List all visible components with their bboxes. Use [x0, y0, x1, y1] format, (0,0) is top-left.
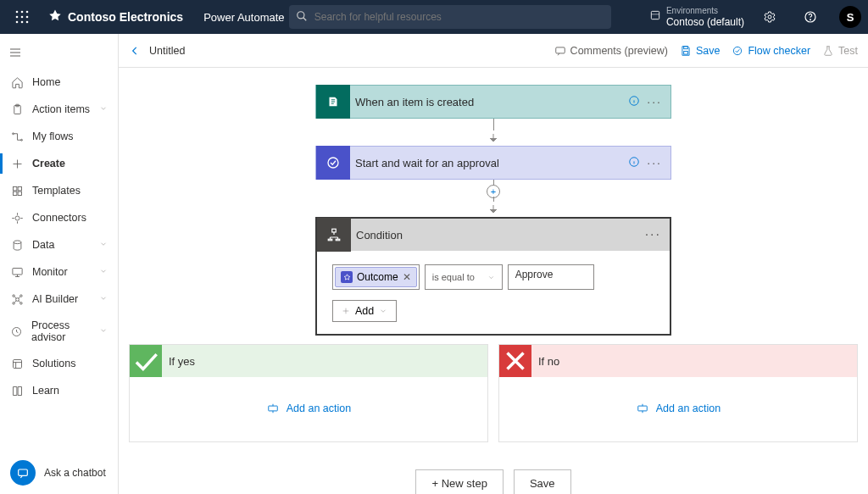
save-button[interactable]: Save [680, 45, 721, 57]
sidebar-item-templates[interactable]: Templates [0, 177, 118, 204]
svg-rect-43 [638, 406, 648, 411]
sidebar-item-action-items[interactable]: Action items [0, 96, 118, 123]
action-title: Start and wait for an approval [350, 157, 620, 169]
info-icon[interactable] [628, 95, 640, 109]
sidebar-item-label: Action items [32, 103, 90, 115]
env-label: Environments [666, 6, 744, 16]
search-icon [296, 10, 308, 25]
svg-point-6 [16, 21, 19, 24]
flow-checker-button[interactable]: Flow checker [732, 45, 810, 57]
condition-icon [317, 218, 351, 252]
back-button[interactable] [129, 45, 141, 57]
sidebar-item-learn[interactable]: Learn [0, 377, 118, 404]
svg-point-13 [810, 19, 811, 20]
process-icon [10, 325, 23, 338]
env-name: Contoso (default) [666, 16, 744, 28]
clipboard-icon [10, 103, 24, 116]
environment-picker[interactable]: Environments Contoso (default) [649, 6, 744, 28]
action-card-approval[interactable]: Start and wait for an approval ··· [315, 146, 671, 180]
chevron-down-icon [99, 266, 108, 278]
sidebar-item-create[interactable]: Create [0, 150, 118, 177]
brand-name: Contoso Electronics [68, 10, 183, 24]
svg-point-35 [734, 47, 742, 54]
comments-button[interactable]: Comments (preview) [554, 45, 668, 57]
sidebar-item-label: Process advisor [31, 319, 91, 343]
branch-yes-label: If yes [162, 355, 195, 368]
svg-rect-19 [18, 186, 21, 190]
help-icon[interactable] [795, 10, 826, 24]
svg-point-11 [768, 15, 771, 19]
chevron-down-icon [99, 325, 108, 337]
avatar[interactable]: S [839, 6, 861, 28]
approval-icon [316, 146, 350, 180]
condition-left-operand[interactable]: Outcome ✕ [332, 264, 420, 290]
token-label: Outcome [357, 271, 398, 283]
sidebar-item-label: Connectors [32, 212, 86, 224]
flow-title[interactable]: Untitled [149, 45, 185, 57]
chatbot-label: Ask a chatbot [44, 467, 106, 479]
chatbot-button[interactable]: Ask a chatbot [0, 452, 118, 494]
svg-rect-41 [336, 239, 340, 241]
condition-operator-dropdown[interactable]: is equal to [425, 264, 503, 290]
svg-rect-20 [13, 191, 16, 195]
add-action-button-no[interactable]: Add an action [636, 402, 721, 414]
search-input[interactable] [289, 5, 611, 29]
svg-rect-21 [18, 191, 21, 195]
sidebar-item-label: Learn [32, 385, 59, 397]
branch-no-label: If no [531, 355, 559, 368]
svg-point-7 [21, 21, 24, 24]
add-condition-button[interactable]: Add [332, 300, 397, 322]
svg-point-27 [12, 302, 14, 304]
sidebar-item-home[interactable]: Home [0, 69, 118, 96]
sidebar-item-label: AI Builder [32, 293, 78, 305]
svg-point-5 [26, 16, 29, 19]
hamburger-icon[interactable] [0, 39, 118, 69]
more-icon[interactable]: ··· [645, 227, 661, 242]
svg-point-4 [21, 16, 24, 19]
condition-title: Condition [351, 229, 645, 241]
brand-logo: Contoso Electronics [47, 8, 183, 26]
sidebar-item-label: Create [32, 158, 65, 169]
svg-rect-32 [555, 47, 565, 53]
templates-icon [10, 184, 24, 197]
settings-icon[interactable] [754, 10, 785, 24]
svg-point-0 [16, 11, 19, 14]
add-action-button-yes[interactable]: Add an action [266, 402, 351, 414]
sharepoint-icon [316, 85, 350, 119]
check-icon [130, 345, 162, 377]
sidebar-item-solutions[interactable]: Solutions [0, 350, 118, 377]
svg-point-8 [26, 21, 29, 24]
dynamic-content-icon [341, 271, 353, 283]
sidebar-item-monitor[interactable]: Monitor [0, 258, 118, 286]
token-remove-icon[interactable]: ✕ [403, 271, 411, 283]
sidebar-item-process-advisor[interactable]: Process advisor [0, 313, 118, 350]
more-icon[interactable]: ··· [647, 95, 662, 108]
svg-rect-10 [651, 12, 659, 19]
app-launcher-icon[interactable] [7, 10, 37, 24]
new-step-button[interactable]: + New step [415, 469, 503, 494]
trigger-card[interactable]: When an item is created ··· [315, 85, 671, 119]
svg-rect-42 [269, 406, 278, 411]
sidebar-item-my-flows[interactable]: My flows [0, 123, 118, 150]
info-icon[interactable] [628, 156, 640, 170]
svg-rect-23 [12, 268, 21, 275]
sidebar-item-label: Solutions [32, 358, 75, 369]
svg-point-1 [21, 11, 24, 14]
svg-rect-33 [684, 46, 688, 48]
sidebar-item-connectors[interactable]: Connectors [0, 204, 118, 231]
condition-card[interactable]: Condition ··· Outcome ✕ [315, 217, 671, 336]
flow-icon [10, 130, 24, 143]
test-button[interactable]: Test [822, 45, 858, 57]
sidebar-item-label: Monitor [32, 266, 68, 278]
sidebar-item-data[interactable]: Data [0, 231, 118, 258]
svg-point-3 [16, 16, 19, 19]
solutions-icon [10, 357, 24, 370]
close-icon [499, 345, 531, 377]
branch-if-yes: If yes Add an action [129, 344, 488, 442]
chevron-down-icon [99, 103, 108, 115]
svg-point-25 [12, 294, 14, 297]
more-icon[interactable]: ··· [647, 156, 662, 169]
condition-value-input[interactable]: Approve [508, 264, 594, 290]
sidebar-item-ai-builder[interactable]: AI Builder [0, 286, 118, 313]
save-flow-button[interactable]: Save [514, 469, 571, 494]
